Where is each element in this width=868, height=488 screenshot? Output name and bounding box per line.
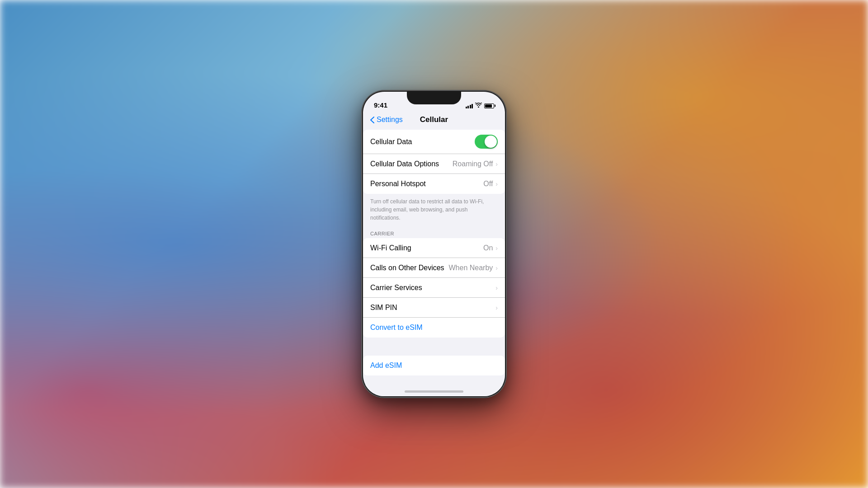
sim-pin-value: › bbox=[495, 304, 498, 311]
notch bbox=[407, 92, 461, 104]
signal-bar-3 bbox=[470, 105, 471, 108]
sim-pin-row[interactable]: SIM PIN › bbox=[363, 298, 505, 318]
cellular-data-label: Cellular Data bbox=[370, 138, 412, 146]
cellular-data-options-row[interactable]: Cellular Data Options Roaming Off › bbox=[363, 154, 505, 174]
roaming-off-text: Roaming Off bbox=[453, 160, 493, 168]
chevron-icon-6: › bbox=[495, 304, 498, 311]
cellular-data-options-value: Roaming Off › bbox=[453, 160, 498, 168]
calls-other-devices-row[interactable]: Calls on Other Devices When Nearby › bbox=[363, 258, 505, 278]
signal-bar-4 bbox=[472, 104, 473, 108]
screen-content: Settings Cellular Cellular Data bbox=[363, 112, 505, 396]
cellular-data-toggle[interactable] bbox=[475, 135, 498, 149]
wifi-icon bbox=[475, 103, 482, 109]
back-label: Settings bbox=[377, 116, 403, 124]
chevron-icon-4: › bbox=[495, 264, 498, 272]
add-esim-row[interactable]: Add eSIM bbox=[363, 356, 505, 375]
home-indicator bbox=[405, 390, 463, 393]
chevron-icon: › bbox=[495, 160, 498, 168]
nav-bar: Settings Cellular bbox=[363, 112, 505, 130]
convert-esim-row[interactable]: Convert to eSIM bbox=[363, 318, 505, 338]
signal-bar-2 bbox=[467, 106, 469, 108]
wifi-calling-value: On › bbox=[483, 244, 498, 252]
sim-pin-label: SIM PIN bbox=[370, 304, 397, 312]
cellular-data-options-label: Cellular Data Options bbox=[370, 160, 439, 168]
hotspot-off-text: Off bbox=[483, 180, 493, 188]
chevron-icon-3: › bbox=[495, 244, 498, 252]
signal-bars-icon bbox=[466, 103, 473, 108]
toggle-knob bbox=[485, 136, 497, 148]
carrier-section: CARRIER Wi-Fi Calling On › bbox=[363, 227, 505, 338]
convert-esim-label: Convert to eSIM bbox=[370, 324, 423, 332]
phone-screen: 9:41 bbox=[363, 92, 505, 396]
carrier-services-value: › bbox=[495, 284, 498, 291]
battery-icon bbox=[484, 103, 494, 108]
wifi-calling-status: On bbox=[483, 244, 493, 252]
scroll-area[interactable]: Settings Cellular Cellular Data bbox=[363, 112, 505, 396]
chevron-icon-5: › bbox=[495, 284, 498, 291]
personal-hotspot-row[interactable]: Personal Hotspot Off › bbox=[363, 174, 505, 194]
phone-frame: 9:41 bbox=[362, 90, 506, 398]
wifi-calling-label: Wi-Fi Calling bbox=[370, 244, 411, 252]
personal-hotspot-value: Off › bbox=[483, 180, 498, 188]
calls-other-devices-value: When Nearby › bbox=[449, 264, 498, 272]
page-title: Cellular bbox=[420, 115, 448, 124]
phone-container: 9:41 bbox=[362, 90, 506, 398]
carrier-services-row[interactable]: Carrier Services › bbox=[363, 278, 505, 298]
wifi-calling-row[interactable]: Wi-Fi Calling On › bbox=[363, 238, 505, 258]
back-button[interactable]: Settings bbox=[370, 116, 403, 124]
carrier-services-label: Carrier Services bbox=[370, 284, 422, 292]
carrier-header: CARRIER bbox=[363, 227, 505, 238]
chevron-icon-2: › bbox=[495, 180, 498, 188]
status-time: 9:41 bbox=[374, 101, 387, 109]
personal-hotspot-label: Personal Hotspot bbox=[370, 180, 426, 188]
cellular-data-section-header: CELLULAR DATA bbox=[363, 394, 505, 396]
calls-status: When Nearby bbox=[449, 264, 493, 272]
battery-fill bbox=[485, 104, 492, 108]
cellular-info-text: Turn off cellular data to restrict all d… bbox=[363, 194, 505, 227]
add-esim-section: Add eSIM bbox=[363, 347, 505, 375]
calls-other-devices-label: Calls on Other Devices bbox=[370, 264, 444, 272]
add-esim-label: Add eSIM bbox=[370, 361, 402, 370]
signal-bar-1 bbox=[466, 107, 467, 108]
cellular-data-row[interactable]: Cellular Data bbox=[363, 130, 505, 154]
status-icons bbox=[466, 103, 495, 109]
